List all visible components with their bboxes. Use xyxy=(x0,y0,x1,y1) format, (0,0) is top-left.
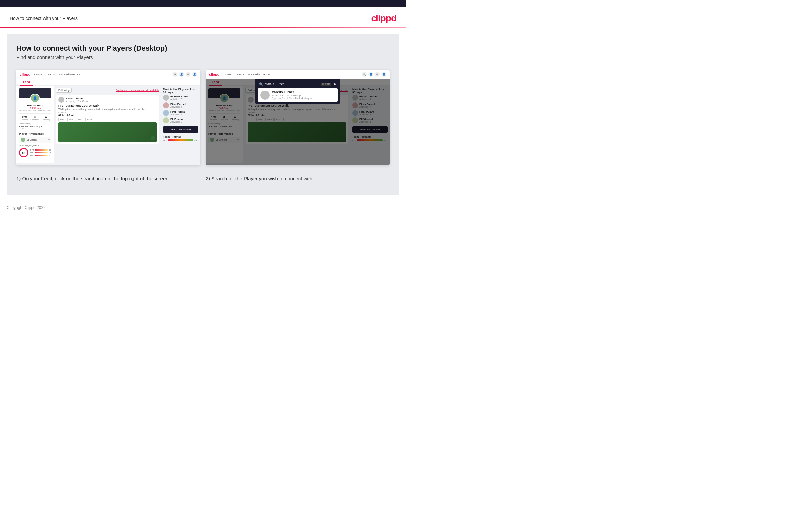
search-dropdown: 🔍 Marcus Turner CLEAR ✕ Marcus Turner Ye… xyxy=(255,79,340,104)
step1-caption: 1) On your Feed, click on the search ico… xyxy=(16,175,200,182)
nav-teams[interactable]: Teams xyxy=(46,73,55,76)
score-circle: 84 xyxy=(19,148,28,157)
step2-panel: clippd Home Teams My Performance 🔍 👤 ⚙ 👤… xyxy=(206,70,390,165)
player-row-3: Hiral Pujara Activities: 3 xyxy=(163,110,198,116)
search-icon-2[interactable]: 🔍 xyxy=(362,72,367,77)
act-desc: Walking the course with my coach to buil… xyxy=(58,108,157,110)
act-avatar xyxy=(58,97,64,103)
nav-myperformance[interactable]: My Performance xyxy=(59,73,80,76)
avatar-icon[interactable]: 👤 xyxy=(192,72,197,77)
app-logo-2: clippd xyxy=(209,73,220,77)
pp-player-row[interactable]: Eli Vincent ▾ xyxy=(19,136,51,143)
step1-app-mock: clippd Home Teams My Performance 🔍 👤 ⚙ 👤… xyxy=(16,70,200,165)
latest-activity: Latest Activity Afternoon round of golf … xyxy=(19,123,51,130)
search-result-sub1: Yesterday · 1-5 Handicap xyxy=(272,94,314,97)
avatar-icon-2[interactable]: 👤 xyxy=(381,72,386,77)
caption-row: 1) On your Feed, click on the search ico… xyxy=(16,172,390,182)
pp-avatar xyxy=(21,137,25,142)
navbar-right: 🔍 👤 ⚙ 👤 xyxy=(173,72,197,77)
profile-avatar: 👤 xyxy=(31,93,40,103)
player-acts-1: Activities: 7 xyxy=(170,98,188,100)
clear-button[interactable]: CLEAR xyxy=(321,83,331,86)
step2-app-mock: clippd Home Teams My Performance 🔍 👤 ⚙ 👤… xyxy=(206,70,390,165)
player-row-1: Richard Butler Activities: 7 xyxy=(163,95,198,101)
activity-header: Richard Butler Yesterday · The Grove xyxy=(58,97,157,103)
close-button[interactable]: ✕ xyxy=(333,82,336,86)
player-acts-3: Activities: 3 xyxy=(170,113,185,116)
profile-info: Blair McHarg Golf Coach Mill Ride Golf C… xyxy=(19,104,51,111)
player-name-2: Piers Parnell xyxy=(170,103,186,106)
caption-panel-1: 1) On your Feed, click on the search ico… xyxy=(16,172,200,182)
act-meta: Richard Butler Yesterday · The Grove xyxy=(65,97,89,102)
search-input[interactable]: Marcus Turner xyxy=(265,82,319,86)
team-dashboard-button[interactable]: Team Dashboard xyxy=(163,126,198,133)
profile-icon-2[interactable]: 👤 xyxy=(368,72,373,77)
search-bar-row: 🔍 Marcus Turner CLEAR ✕ xyxy=(256,80,339,88)
player-row-2: Piers Parnell Activities: 4 xyxy=(163,102,198,108)
player-row-4: Eli Vincent Activities: 1 xyxy=(163,118,198,123)
page-title: How to connect with your Players xyxy=(10,16,78,21)
settings-icon-2[interactable]: ⚙ xyxy=(375,72,380,77)
step1-left-panel: 👤 Blair McHarg Golf Coach Mill Ride Golf… xyxy=(16,86,54,163)
profile-name: Blair McHarg xyxy=(19,104,51,107)
step1-right-panel: Most Active Players - Last 30 days Richa… xyxy=(161,86,200,163)
step2-caption: 2) Search for the Player you wish to con… xyxy=(206,175,390,182)
act-duration-label: Duration xyxy=(58,111,157,114)
screenshots-row: clippd Home Teams My Performance 🔍 👤 ⚙ 👤… xyxy=(16,70,390,165)
nav-home[interactable]: Home xyxy=(34,73,42,76)
navbar-right-2: 🔍 👤 ⚙ 👤 xyxy=(362,72,386,77)
nav-myperformance-2[interactable]: My Performance xyxy=(248,73,270,76)
search-icon-sm: 🔍 xyxy=(259,82,263,86)
player-performance-left: Player Performance Eli Vincent ▾ Total P… xyxy=(19,132,51,159)
tag-app: APP xyxy=(67,118,75,121)
stat-activities: 129 Activities xyxy=(20,116,28,121)
stat-following: 4 Following xyxy=(42,116,50,121)
control-link[interactable]: Control who can see your activity and da… xyxy=(116,89,159,91)
step1-panel: clippd Home Teams My Performance 🔍 👤 ⚙ 👤… xyxy=(16,70,200,165)
header: How to connect with your Players clippd xyxy=(0,7,406,27)
search-result-name: Marcus Turner xyxy=(272,90,314,94)
player-name-4: Eli Vincent xyxy=(170,118,184,121)
player-avatar-2 xyxy=(163,102,169,108)
player-acts-2: Activities: 4 xyxy=(170,106,186,108)
team-heatmap-title: Team Heatmap xyxy=(163,135,198,138)
nav-teams-2[interactable]: Teams xyxy=(235,73,244,76)
profile-icon[interactable]: 👤 xyxy=(179,72,184,77)
search-result[interactable]: Marcus Turner Yesterday · 1-5 Handicap C… xyxy=(258,88,338,102)
heatmap-bar-fill-1 xyxy=(168,139,193,141)
step2-navbar: clippd Home Teams My Performance 🔍 👤 ⚙ 👤 xyxy=(206,70,390,79)
settings-icon[interactable]: ⚙ xyxy=(186,72,191,77)
search-result-avatar xyxy=(260,91,270,100)
search-icon[interactable]: 🔍 xyxy=(173,72,178,77)
main-title: How to connect with your Players (Deskto… xyxy=(16,44,390,52)
following-button[interactable]: Following xyxy=(56,88,72,92)
player-avatar-3 xyxy=(163,110,169,116)
profile-stats: 129 Activities 3 Followers 4 Following xyxy=(19,113,51,121)
activity-card: Richard Butler Yesterday · The Grove Pre… xyxy=(56,94,159,144)
stat-followers: 3 Followers xyxy=(31,116,39,121)
step1-app-content: 👤 Blair McHarg Golf Coach Mill Ride Golf… xyxy=(16,86,200,163)
act-where: Yesterday · The Grove xyxy=(65,100,89,102)
caption-panel-2: 2) Search for the Player you wish to con… xyxy=(206,172,390,182)
logo: clippd xyxy=(371,13,396,24)
step1-navbar: clippd Home Teams My Performance 🔍 👤 ⚙ 👤 xyxy=(16,70,200,79)
search-result-info: Marcus Turner Yesterday · 1-5 Handicap C… xyxy=(272,90,314,100)
app-logo: clippd xyxy=(20,73,30,77)
act-duration: 02 hr : 00 min xyxy=(58,114,157,117)
player-avatar-1 xyxy=(163,95,169,101)
feed-tab[interactable]: Feed xyxy=(20,79,33,86)
heatmap-bar-1: -5 +5 xyxy=(163,139,198,141)
copyright: Copyright Clippd 2022 xyxy=(7,205,46,210)
search-result-sub2: Cypress Point Club, United Kingdom xyxy=(272,97,314,100)
top-bar xyxy=(0,0,406,7)
act-name: Richard Butler xyxy=(65,97,89,100)
profile-cover: 👤 xyxy=(19,88,51,98)
tag-putt: PUTT xyxy=(85,118,94,121)
pp-chevron: ▾ xyxy=(48,138,50,141)
active-players-title: Most Active Players - Last 30 days xyxy=(163,88,198,93)
act-tags: OTT APP ARG PUTT xyxy=(58,118,157,121)
player-name-3: Hiral Pujara xyxy=(170,110,185,113)
player-avatar-4 xyxy=(163,118,169,123)
tag-ott: OTT xyxy=(58,118,66,121)
nav-home-2[interactable]: Home xyxy=(223,73,231,76)
